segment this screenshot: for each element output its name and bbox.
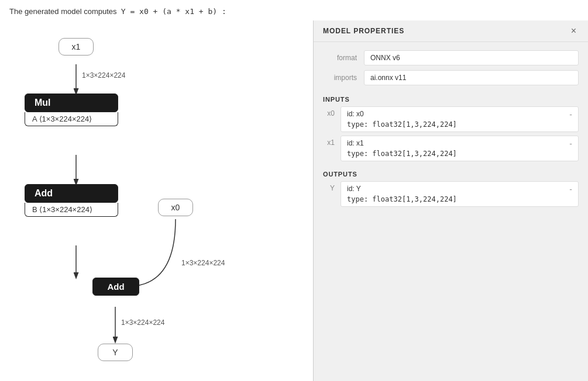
top-label-text: The generated model computes bbox=[9, 7, 117, 16]
edge-label-x0-add2: 1×3×224×224 bbox=[181, 259, 225, 267]
input-x1-box: id: x1 - type: float32[1,3,224,224] bbox=[341, 136, 579, 161]
graph-area: x1 1×3×224×224 Mul A ⟨1×3×224×224⟩ Add B… bbox=[0, 20, 313, 381]
input-x0-dash: - bbox=[569, 110, 572, 119]
input-x0-label: x0 bbox=[323, 106, 341, 117]
input-x0-box: id: x0 - type: float32[1,3,224,224] bbox=[341, 106, 579, 132]
node-x0-box: x0 bbox=[158, 199, 193, 216]
node-mul-header: Mul bbox=[25, 93, 118, 112]
format-row: format ONNX v6 bbox=[314, 50, 588, 65]
output-y-type-line: type: float32[1,3,224,224] bbox=[347, 195, 572, 203]
node-x1-box: x1 bbox=[59, 38, 94, 56]
outputs-section-header: OUTPUTS bbox=[314, 165, 588, 181]
inputs-section-header: INPUTS bbox=[314, 90, 588, 106]
node-add1-header: Add bbox=[25, 184, 118, 203]
panel-body: format ONNX v6 imports ai.onnx v11 INPUT… bbox=[314, 42, 588, 219]
format-value: ONNX v6 bbox=[364, 50, 579, 65]
top-label-formula: Y = x0 + (a * x1 + b) : bbox=[121, 7, 226, 16]
output-y-label: Y bbox=[323, 181, 341, 192]
output-y-box: id: Y - type: float32[1,3,224,224] bbox=[341, 181, 579, 207]
imports-row: imports ai.onnx v11 bbox=[314, 70, 588, 85]
node-add2-box: Add bbox=[92, 278, 139, 296]
node-y-box: Y bbox=[98, 344, 133, 361]
node-mul[interactable]: Mul A ⟨1×3×224×224⟩ bbox=[25, 93, 118, 126]
input-x1-dash: - bbox=[569, 139, 572, 148]
output-y-row: Y id: Y - type: float32[1,3,224,224] bbox=[314, 181, 588, 207]
input-x1-id-line: id: x1 - bbox=[347, 139, 572, 148]
imports-value: ai.onnx v11 bbox=[364, 70, 579, 85]
input-x0-row: x0 id: x0 - type: float32[1,3,224,224] bbox=[314, 106, 588, 132]
input-x1-type-line: type: float32[1,3,224,224] bbox=[347, 150, 572, 158]
format-label: format bbox=[323, 50, 364, 62]
panel-title: MODEL PROPERTIES bbox=[323, 27, 404, 35]
top-label: The generated model computes Y = x0 + (a… bbox=[0, 0, 588, 20]
imports-label: imports bbox=[323, 70, 364, 82]
panel-header: MODEL PROPERTIES × bbox=[314, 20, 588, 42]
node-add1[interactable]: Add B ⟨1×3×224×224⟩ bbox=[25, 184, 118, 217]
output-y-dash: - bbox=[569, 185, 572, 194]
input-x0-id-line: id: x0 - bbox=[347, 110, 572, 119]
node-x0[interactable]: x0 bbox=[158, 199, 193, 216]
main-container: x1 1×3×224×224 Mul A ⟨1×3×224×224⟩ Add B… bbox=[0, 20, 588, 381]
properties-panel: MODEL PROPERTIES × format ONNX v6 import… bbox=[313, 20, 588, 381]
input-x1-label: x1 bbox=[323, 136, 341, 147]
node-add1-sub: B ⟨1×3×224×224⟩ bbox=[25, 203, 118, 217]
output-y-id-line: id: Y - bbox=[347, 185, 572, 194]
node-mul-sub: A ⟨1×3×224×224⟩ bbox=[25, 112, 118, 126]
node-x1[interactable]: x1 bbox=[59, 38, 94, 56]
edge-label-add2-y: 1×3×224×224 bbox=[121, 318, 164, 327]
panel-close-button[interactable]: × bbox=[569, 26, 579, 36]
input-x1-row: x1 id: x1 - type: float32[1,3,224,224] bbox=[314, 136, 588, 161]
input-x0-type-line: type: float32[1,3,224,224] bbox=[347, 120, 572, 129]
node-add2[interactable]: Add bbox=[92, 278, 139, 296]
edge-label-x1-mul: 1×3×224×224 bbox=[82, 71, 125, 79]
node-y[interactable]: Y bbox=[98, 344, 133, 361]
